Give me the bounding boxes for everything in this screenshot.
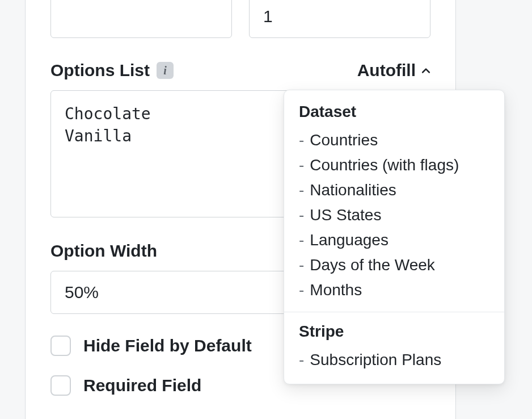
required-field-label: Required Field <box>83 376 201 395</box>
top-left-input[interactable] <box>50 0 232 38</box>
dropdown-item-us-states[interactable]: -US States <box>299 203 489 228</box>
dropdown-item-subscription-plans[interactable]: -Subscription Plans <box>299 347 489 372</box>
hide-field-checkbox[interactable] <box>50 336 71 356</box>
top-right-input[interactable]: 1 <box>249 0 430 38</box>
dropdown-heading-dataset: Dataset <box>299 103 489 121</box>
autofill-button[interactable]: Autofill <box>357 61 430 80</box>
dropdown-item-months[interactable]: -Months <box>299 278 489 303</box>
autofill-label: Autofill <box>357 61 416 80</box>
top-inputs-row: 1 <box>50 0 430 38</box>
dropdown-item-days-of-week[interactable]: -Days of the Week <box>299 253 489 278</box>
dropdown-heading-stripe: Stripe <box>299 322 489 341</box>
required-field-checkbox[interactable] <box>50 375 71 396</box>
hide-field-label: Hide Field by Default <box>83 336 252 355</box>
dropdown-item-languages[interactable]: -Languages <box>299 228 489 253</box>
dropdown-item-countries-flags[interactable]: -Countries (with flags) <box>299 153 489 178</box>
dropdown-divider <box>284 312 504 312</box>
option-width-label: Option Width <box>50 241 157 261</box>
dropdown-item-countries[interactable]: -Countries <box>299 128 489 153</box>
info-icon[interactable]: i <box>157 62 174 79</box>
autofill-dropdown: Dataset -Countries -Countries (with flag… <box>284 90 505 384</box>
dropdown-item-nationalities[interactable]: -Nationalities <box>299 178 489 203</box>
options-list-label: Options List <box>50 61 150 80</box>
chevron-up-icon <box>420 65 430 76</box>
